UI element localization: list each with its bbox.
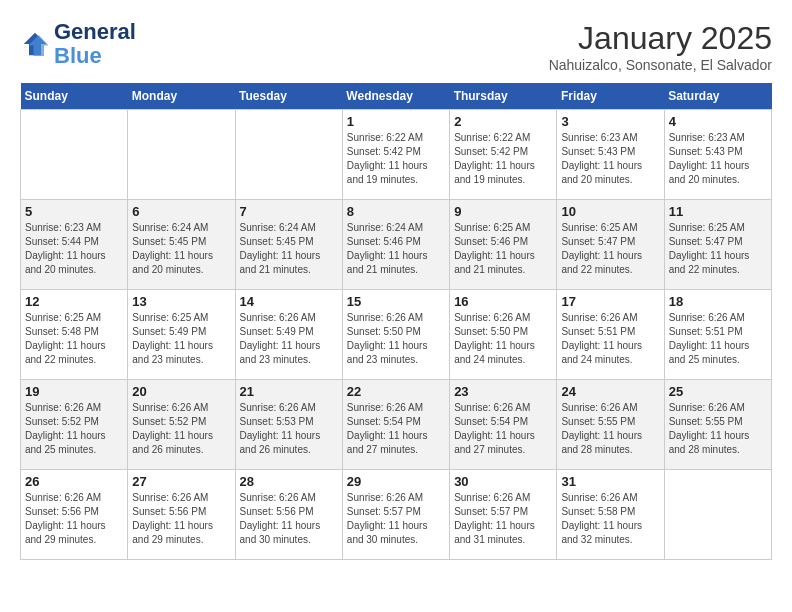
calendar-cell: 28Sunrise: 6:26 AM Sunset: 5:56 PM Dayli… [235, 470, 342, 560]
day-number: 23 [454, 384, 552, 399]
weekday-header-thursday: Thursday [450, 83, 557, 110]
calendar-cell: 9Sunrise: 6:25 AM Sunset: 5:46 PM Daylig… [450, 200, 557, 290]
calendar-cell: 19Sunrise: 6:26 AM Sunset: 5:52 PM Dayli… [21, 380, 128, 470]
calendar-cell: 26Sunrise: 6:26 AM Sunset: 5:56 PM Dayli… [21, 470, 128, 560]
calendar-cell: 18Sunrise: 6:26 AM Sunset: 5:51 PM Dayli… [664, 290, 771, 380]
day-number: 12 [25, 294, 123, 309]
cell-info: Sunrise: 6:26 AM Sunset: 5:51 PM Dayligh… [669, 311, 767, 367]
day-number: 6 [132, 204, 230, 219]
day-number: 30 [454, 474, 552, 489]
calendar-header: SundayMondayTuesdayWednesdayThursdayFrid… [21, 83, 772, 110]
cell-info: Sunrise: 6:26 AM Sunset: 5:56 PM Dayligh… [25, 491, 123, 547]
cell-info: Sunrise: 6:26 AM Sunset: 5:56 PM Dayligh… [132, 491, 230, 547]
cell-info: Sunrise: 6:23 AM Sunset: 5:43 PM Dayligh… [669, 131, 767, 187]
cell-info: Sunrise: 6:26 AM Sunset: 5:54 PM Dayligh… [347, 401, 445, 457]
weekday-header-sunday: Sunday [21, 83, 128, 110]
location: Nahuizalco, Sonsonate, El Salvador [549, 57, 772, 73]
calendar-cell: 5Sunrise: 6:23 AM Sunset: 5:44 PM Daylig… [21, 200, 128, 290]
cell-info: Sunrise: 6:22 AM Sunset: 5:42 PM Dayligh… [454, 131, 552, 187]
calendar-cell: 16Sunrise: 6:26 AM Sunset: 5:50 PM Dayli… [450, 290, 557, 380]
calendar-week-2: 5Sunrise: 6:23 AM Sunset: 5:44 PM Daylig… [21, 200, 772, 290]
calendar-cell: 30Sunrise: 6:26 AM Sunset: 5:57 PM Dayli… [450, 470, 557, 560]
cell-info: Sunrise: 6:26 AM Sunset: 5:50 PM Dayligh… [454, 311, 552, 367]
day-number: 31 [561, 474, 659, 489]
calendar-cell: 10Sunrise: 6:25 AM Sunset: 5:47 PM Dayli… [557, 200, 664, 290]
calendar-cell [664, 470, 771, 560]
calendar-cell: 3Sunrise: 6:23 AM Sunset: 5:43 PM Daylig… [557, 110, 664, 200]
cell-info: Sunrise: 6:26 AM Sunset: 5:57 PM Dayligh… [347, 491, 445, 547]
cell-info: Sunrise: 6:25 AM Sunset: 5:47 PM Dayligh… [669, 221, 767, 277]
day-number: 28 [240, 474, 338, 489]
calendar-cell: 12Sunrise: 6:25 AM Sunset: 5:48 PM Dayli… [21, 290, 128, 380]
day-number: 19 [25, 384, 123, 399]
calendar-cell: 23Sunrise: 6:26 AM Sunset: 5:54 PM Dayli… [450, 380, 557, 470]
day-number: 14 [240, 294, 338, 309]
calendar-cell: 13Sunrise: 6:25 AM Sunset: 5:49 PM Dayli… [128, 290, 235, 380]
title-block: January 2025 Nahuizalco, Sonsonate, El S… [549, 20, 772, 73]
day-number: 20 [132, 384, 230, 399]
month-title: January 2025 [549, 20, 772, 57]
calendar-cell: 4Sunrise: 6:23 AM Sunset: 5:43 PM Daylig… [664, 110, 771, 200]
cell-info: Sunrise: 6:24 AM Sunset: 5:45 PM Dayligh… [132, 221, 230, 277]
day-number: 25 [669, 384, 767, 399]
calendar-cell: 2Sunrise: 6:22 AM Sunset: 5:42 PM Daylig… [450, 110, 557, 200]
calendar-cell: 7Sunrise: 6:24 AM Sunset: 5:45 PM Daylig… [235, 200, 342, 290]
logo-line2: Blue [54, 44, 136, 68]
weekday-header-saturday: Saturday [664, 83, 771, 110]
calendar-cell: 22Sunrise: 6:26 AM Sunset: 5:54 PM Dayli… [342, 380, 449, 470]
day-number: 15 [347, 294, 445, 309]
cell-info: Sunrise: 6:25 AM Sunset: 5:48 PM Dayligh… [25, 311, 123, 367]
calendar-cell: 11Sunrise: 6:25 AM Sunset: 5:47 PM Dayli… [664, 200, 771, 290]
day-number: 22 [347, 384, 445, 399]
calendar-table: SundayMondayTuesdayWednesdayThursdayFrid… [20, 83, 772, 560]
weekday-header-wednesday: Wednesday [342, 83, 449, 110]
cell-info: Sunrise: 6:25 AM Sunset: 5:46 PM Dayligh… [454, 221, 552, 277]
calendar-cell [128, 110, 235, 200]
calendar-week-3: 12Sunrise: 6:25 AM Sunset: 5:48 PM Dayli… [21, 290, 772, 380]
weekday-header-monday: Monday [128, 83, 235, 110]
page-header: General Blue January 2025 Nahuizalco, So… [20, 20, 772, 73]
day-number: 10 [561, 204, 659, 219]
cell-info: Sunrise: 6:23 AM Sunset: 5:43 PM Dayligh… [561, 131, 659, 187]
day-number: 18 [669, 294, 767, 309]
day-number: 3 [561, 114, 659, 129]
cell-info: Sunrise: 6:26 AM Sunset: 5:50 PM Dayligh… [347, 311, 445, 367]
logo-icon [20, 29, 50, 59]
cell-info: Sunrise: 6:26 AM Sunset: 5:52 PM Dayligh… [25, 401, 123, 457]
cell-info: Sunrise: 6:26 AM Sunset: 5:51 PM Dayligh… [561, 311, 659, 367]
day-number: 27 [132, 474, 230, 489]
calendar-cell: 25Sunrise: 6:26 AM Sunset: 5:55 PM Dayli… [664, 380, 771, 470]
weekday-header-tuesday: Tuesday [235, 83, 342, 110]
calendar-cell: 29Sunrise: 6:26 AM Sunset: 5:57 PM Dayli… [342, 470, 449, 560]
calendar-cell: 15Sunrise: 6:26 AM Sunset: 5:50 PM Dayli… [342, 290, 449, 380]
day-number: 17 [561, 294, 659, 309]
calendar-cell: 14Sunrise: 6:26 AM Sunset: 5:49 PM Dayli… [235, 290, 342, 380]
cell-info: Sunrise: 6:26 AM Sunset: 5:53 PM Dayligh… [240, 401, 338, 457]
day-number: 21 [240, 384, 338, 399]
cell-info: Sunrise: 6:26 AM Sunset: 5:55 PM Dayligh… [669, 401, 767, 457]
logo: General Blue [20, 20, 136, 68]
cell-info: Sunrise: 6:26 AM Sunset: 5:57 PM Dayligh… [454, 491, 552, 547]
calendar-cell: 17Sunrise: 6:26 AM Sunset: 5:51 PM Dayli… [557, 290, 664, 380]
calendar-cell [21, 110, 128, 200]
calendar-cell [235, 110, 342, 200]
day-number: 9 [454, 204, 552, 219]
calendar-week-5: 26Sunrise: 6:26 AM Sunset: 5:56 PM Dayli… [21, 470, 772, 560]
day-number: 13 [132, 294, 230, 309]
logo-text: General Blue [54, 20, 136, 68]
cell-info: Sunrise: 6:26 AM Sunset: 5:52 PM Dayligh… [132, 401, 230, 457]
cell-info: Sunrise: 6:25 AM Sunset: 5:47 PM Dayligh… [561, 221, 659, 277]
day-number: 11 [669, 204, 767, 219]
day-number: 29 [347, 474, 445, 489]
calendar-cell: 21Sunrise: 6:26 AM Sunset: 5:53 PM Dayli… [235, 380, 342, 470]
calendar-cell: 27Sunrise: 6:26 AM Sunset: 5:56 PM Dayli… [128, 470, 235, 560]
calendar-cell: 31Sunrise: 6:26 AM Sunset: 5:58 PM Dayli… [557, 470, 664, 560]
day-number: 26 [25, 474, 123, 489]
weekday-header-row: SundayMondayTuesdayWednesdayThursdayFrid… [21, 83, 772, 110]
day-number: 24 [561, 384, 659, 399]
calendar-week-4: 19Sunrise: 6:26 AM Sunset: 5:52 PM Dayli… [21, 380, 772, 470]
cell-info: Sunrise: 6:25 AM Sunset: 5:49 PM Dayligh… [132, 311, 230, 367]
day-number: 5 [25, 204, 123, 219]
cell-info: Sunrise: 6:22 AM Sunset: 5:42 PM Dayligh… [347, 131, 445, 187]
calendar-cell: 24Sunrise: 6:26 AM Sunset: 5:55 PM Dayli… [557, 380, 664, 470]
